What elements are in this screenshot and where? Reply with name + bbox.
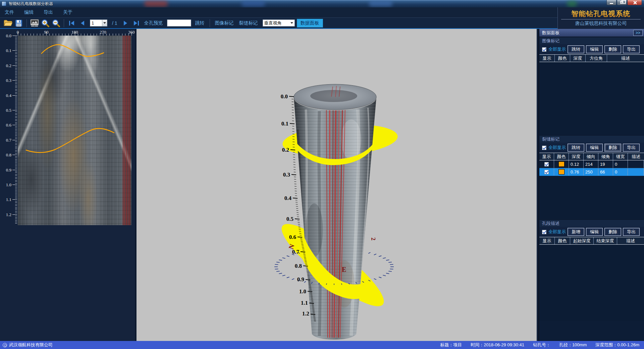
cell-dip-direction: 214 [584,160,598,168]
last-page-button[interactable] [131,19,141,28]
color-swatch[interactable] [558,169,565,174]
column-header[interactable]: 方位角 [586,55,607,62]
section-image-marks-title: 图像标记 [539,37,644,44]
full-hole-preview-button[interactable]: 全孔预览 [144,20,163,26]
fracture-marks-delete-button[interactable]: 删除 [604,144,621,152]
fracture-marks-edit-button[interactable]: 编辑 [586,144,603,152]
folder-icon [4,19,12,27]
fracture-curve-2[interactable] [26,129,114,153]
depth-major-tick [12,185,17,185]
last-page-icon [133,20,140,26]
fracture-marks-jump-button[interactable]: 跳转 [568,144,584,152]
depth3d-label: 0.6 [289,234,296,240]
depth3d-label: 0.1 [281,120,288,127]
image-marks-show-all-label: 全部显示 [548,46,566,52]
column-header[interactable]: 显示 [539,55,555,62]
minimize-button[interactable] [606,0,616,5]
borehole-unrolled-image[interactable] [18,36,131,225]
depth-major-tick [12,214,17,215]
jump-button[interactable]: 跳转 [195,20,205,26]
page-select-dropdown[interactable] [102,20,107,26]
column-header[interactable]: 起始深度 [570,237,594,244]
image-marks-show-all-checkbox[interactable] [542,47,546,52]
row-visible-checkbox[interactable] [544,162,549,166]
depth3d-label: 0.0 [281,93,288,100]
branding-panel: 智能钻孔电视系统 唐山莱锐思科技有限公司 [557,7,644,29]
depth3d-label: 0.2 [282,147,289,153]
prev-page-button[interactable] [78,19,87,28]
image-adjust-button[interactable] [30,19,39,28]
jump-depth-input[interactable] [167,19,191,27]
segments-edit-button[interactable]: 编辑 [586,228,603,236]
column-header[interactable]: 深度 [569,153,584,160]
close-button[interactable] [627,0,642,5]
column-header[interactable]: 颜色 [555,55,570,62]
image-marks-edit-button[interactable]: 编辑 [586,45,603,53]
column-header[interactable]: 描述 [617,237,644,244]
system-title: 智能钻孔电视系统 [558,9,644,18]
borehole-2d-panel: 0 90 180 270 360 0.00.10.20.30.40.50.60.… [0,29,136,341]
column-header[interactable]: 颜色 [554,153,569,160]
segments-delete-button[interactable]: 删除 [604,228,621,236]
company-name: 唐山莱锐思科技有限公司 [558,20,644,27]
column-header[interactable]: 倾角 [598,153,613,160]
next-page-button[interactable] [121,19,130,28]
column-header[interactable]: 显示 [539,237,555,244]
fracture-marks-table-empty [539,176,644,219]
status-time: 时间：2018-06-29 09:30:41 [471,342,524,348]
azimuth-major-tick [131,32,132,36]
image-marks-jump-button[interactable]: 跳转 [568,45,584,53]
first-page-icon [68,20,75,26]
segments-show-all-checkbox[interactable] [542,230,546,234]
app-icon [2,1,6,6]
menu-about[interactable]: 关于 [63,9,72,15]
column-header[interactable]: 颜色 [555,237,570,244]
column-header[interactable]: 缝宽 [613,153,628,160]
image-marks-delete-button[interactable]: 删除 [604,45,621,53]
toolbar: 1 / 1 全孔预览 跳转 图像标记 裂缝标记 垂直视角 数据面板 [0,17,644,29]
segments-show-all-label: 全部显示 [548,229,566,235]
depth-label: 0.7 [0,138,11,143]
column-header[interactable]: 描述 [628,153,644,160]
fracture-curve-1[interactable] [41,45,104,56]
section-fracture-marks-title: 裂缝标记 [539,135,644,143]
depth-label: 0.2 [0,63,11,68]
page-select[interactable]: 1 [90,19,107,27]
collapse-panel-button[interactable]: >> [633,30,643,36]
column-header[interactable]: 描述 [607,55,644,62]
image-mark-button[interactable]: 图像标记 [215,20,234,26]
segments-export-button[interactable]: 导出 [623,228,640,236]
restore-button[interactable] [617,0,627,5]
menu-file[interactable]: 文件 [5,9,14,15]
depth-label: 0.9 [0,167,11,173]
status-company: 武汉领航科技有限公司 [9,342,53,348]
image-marks-export-button[interactable]: 导出 [623,45,640,53]
fracture-mark-button[interactable]: 裂缝标记 [239,20,258,26]
azimuth-major-tick [46,32,47,36]
menu-export[interactable]: 导出 [44,9,53,15]
first-page-button[interactable] [67,19,76,28]
open-file-button[interactable] [3,19,13,28]
window-titlebar: 智能钻孔电视数据分析器 [0,0,644,7]
fracture-marks-export-button[interactable]: 导出 [623,144,640,152]
row-visible-checkbox[interactable] [544,170,549,174]
borehole-3d-viewport[interactable]: N E 2 0.0 0.1 0.2 0.3 0.4 0.5 0.6 0.7 0.… [137,29,537,341]
save-button[interactable] [14,19,23,28]
data-panel-toggle-button[interactable]: 数据面板 [297,19,323,28]
column-header[interactable]: 深度 [570,55,586,62]
fracture-marks-controls: 全部显示 跳转 编辑 删除 导出 [539,143,644,153]
zoom-out-button[interactable] [51,19,61,28]
segments-add-button[interactable]: 新增 [568,228,584,236]
column-header[interactable]: 倾向 [584,153,598,160]
fracture-marks-show-all-checkbox[interactable] [542,146,546,150]
zoom-in-button[interactable] [41,19,50,28]
segments-table-empty [539,245,644,321]
column-header[interactable]: 显示 [539,153,554,160]
color-swatch[interactable] [558,161,565,167]
view-mode-select[interactable]: 垂直视角 [263,19,295,27]
column-header[interactable]: 结束深度 [594,237,617,244]
depth-major-tick [12,65,17,66]
fracture-row-2-selected[interactable]: 0.76 250 66 0 [539,168,644,176]
menu-edit[interactable]: 编辑 [24,9,34,15]
fracture-row-1[interactable]: 0.12 214 19 0 [539,160,644,168]
